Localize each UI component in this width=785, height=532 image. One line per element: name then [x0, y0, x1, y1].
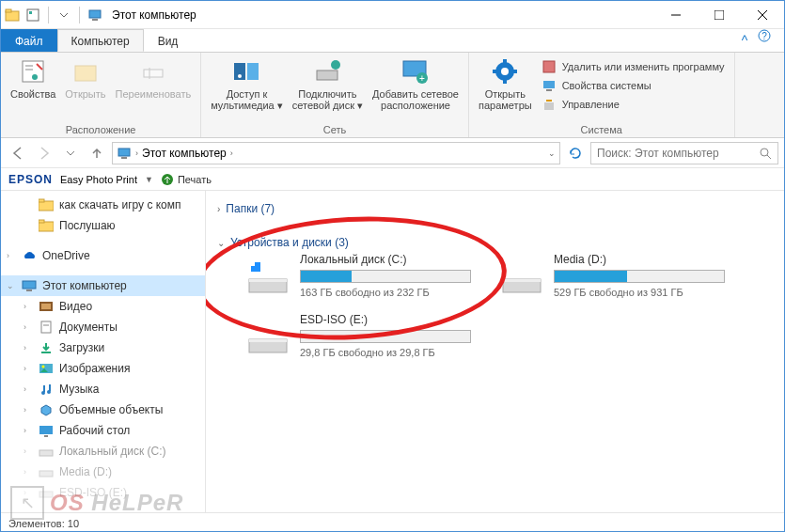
tree-item-documents[interactable]: › Документы — [1, 317, 205, 337]
maximize-button[interactable] — [698, 1, 741, 29]
chevron-right-icon[interactable]: › — [24, 405, 33, 415]
properties-icon[interactable] — [25, 8, 40, 23]
tree-item-folder[interactable]: Послушаю — [1, 215, 205, 236]
tree-item-video[interactable]: › Видео — [1, 296, 205, 317]
chevron-right-icon[interactable]: › — [24, 446, 33, 456]
media-access-button[interactable]: Доступ кмультимедиа ▾ — [207, 55, 287, 113]
tree-item-music[interactable]: › Музыка — [1, 379, 205, 399]
tree-item-media-d[interactable]: › Media (D:) — [1, 462, 205, 482]
svg-rect-20 — [317, 70, 338, 80]
svg-rect-45 — [26, 289, 32, 291]
add-network-location-button[interactable]: + Добавить сетевоерасположение — [369, 55, 463, 113]
open-settings-button[interactable]: Открытьпараметры — [475, 55, 536, 113]
tree-item-onedrive[interactable]: › OneDrive — [1, 245, 205, 266]
chevron-right-icon[interactable]: › — [24, 488, 33, 497]
cloud-icon — [22, 248, 37, 263]
settings-icon — [490, 56, 520, 86]
chevron-right-icon[interactable]: › — [24, 467, 33, 477]
manage-button[interactable]: Управление — [540, 96, 727, 113]
chevron-right-icon[interactable]: › — [7, 251, 16, 260]
svg-rect-43 — [39, 220, 44, 223]
tree-item-this-pc[interactable]: ⌄ Этот компьютер — [1, 275, 205, 296]
minimize-button[interactable] — [654, 1, 698, 29]
up-button[interactable] — [86, 142, 108, 164]
network-drive-icon — [312, 56, 342, 86]
tree-item-local-disk-c[interactable]: › Локальный диск (C:) — [1, 441, 205, 462]
ribbon: Свойства Открыть Переименовать Расположе… — [1, 52, 784, 138]
media-icon — [231, 56, 261, 86]
search-box[interactable] — [590, 142, 778, 164]
drive-icon — [39, 464, 54, 479]
downloads-icon — [39, 340, 54, 355]
chevron-down-icon[interactable]: ⌄ — [548, 149, 556, 158]
svg-rect-32 — [543, 81, 555, 88]
chevron-right-icon[interactable]: › — [135, 149, 138, 158]
window-controls — [654, 1, 784, 29]
drive-usage-bar — [300, 270, 471, 283]
svg-rect-1 — [6, 9, 11, 12]
tree-item-folder[interactable]: как скачать игру с комп — [1, 195, 205, 215]
breadcrumb-root[interactable]: Этот компьютер — [142, 147, 227, 160]
chevron-down-icon[interactable]: ⌄ — [7, 281, 16, 290]
content-pane[interactable]: › Папки (7) ⌄ Устройства и диски (3) Лок… — [206, 191, 784, 512]
computer-icon — [87, 8, 102, 23]
svg-rect-57 — [39, 450, 53, 456]
address-box[interactable]: › Этот компьютер › ⌄ — [112, 142, 560, 164]
svg-rect-31 — [543, 61, 555, 72]
svg-rect-3 — [29, 11, 32, 14]
dropdown-icon[interactable] — [56, 8, 71, 23]
chevron-right-icon[interactable]: › — [24, 364, 33, 373]
tree-item-esd-iso-e[interactable]: › ESD-ISO (E:) — [1, 482, 205, 503]
tab-computer[interactable]: Компьютер — [57, 29, 144, 52]
tree-item-pictures[interactable]: › Изображения — [1, 358, 205, 379]
back-button[interactable] — [7, 142, 29, 164]
chevron-right-icon[interactable]: › — [24, 384, 33, 394]
svg-point-26 — [501, 68, 509, 75]
ribbon-tabs: Файл Компьютер Вид ^ ? — [1, 29, 784, 52]
drive-icon — [245, 262, 290, 296]
uninstall-program-button[interactable]: Удалить или изменить программу — [540, 58, 727, 75]
forward-button[interactable] — [33, 142, 55, 164]
epson-print-button[interactable]: Печать — [161, 173, 212, 186]
chevron-down-icon: ⌄ — [217, 238, 225, 248]
tree-item-downloads[interactable]: › Загрузки — [1, 337, 205, 358]
tree-item-desktop[interactable]: › Рабочий стол — [1, 420, 205, 441]
refresh-button[interactable] — [564, 146, 587, 161]
section-header-devices[interactable]: ⌄ Устройства и диски (3) — [217, 232, 773, 253]
svg-rect-2 — [27, 9, 39, 21]
navigation-pane[interactable]: как скачать игру с комп Послушаю › OneDr… — [1, 191, 206, 512]
tab-file[interactable]: Файл — [1, 29, 57, 52]
drive-item-d[interactable]: Media (D:) 529 ГБ свободно из 931 ГБ — [499, 253, 725, 298]
chevron-right-icon[interactable]: › — [24, 302, 33, 311]
chevron-right-icon[interactable]: › — [24, 343, 33, 352]
title-bar: Этот компьютер — [1, 1, 784, 29]
ribbon-collapse-button[interactable]: ^ — [731, 29, 758, 52]
system-properties-button[interactable]: Свойства системы — [540, 77, 727, 94]
properties-button[interactable]: Свойства — [7, 55, 59, 102]
drive-name: Локальный диск (C:) — [300, 253, 471, 266]
svg-rect-59 — [39, 492, 53, 497]
close-button[interactable] — [741, 1, 784, 29]
svg-rect-47 — [41, 304, 51, 309]
chevron-right-icon[interactable]: › — [230, 149, 233, 158]
drive-usage-bar — [554, 270, 725, 283]
svg-rect-61 — [249, 279, 287, 282]
drive-item-c[interactable]: Локальный диск (C:) 163 ГБ свободно из 2… — [245, 253, 471, 298]
dropdown-icon[interactable]: ▼ — [145, 175, 153, 184]
recent-locations-button[interactable] — [59, 142, 82, 164]
svg-rect-4 — [89, 10, 101, 18]
drive-item-e[interactable]: ESD-ISO (E:) 29,8 ГБ свободно из 29,8 ГБ — [245, 313, 471, 358]
chevron-right-icon[interactable]: › — [24, 426, 33, 435]
status-items-count: 10 — [68, 518, 79, 529]
map-drive-button[interactable]: Подключитьсетевой диск ▾ — [289, 55, 367, 113]
tree-item-3d-objects[interactable]: › Объемные объекты — [1, 399, 205, 420]
svg-rect-56 — [44, 435, 48, 437]
help-button[interactable]: ? — [758, 29, 784, 52]
section-header-folders[interactable]: › Папки (7) — [217, 198, 773, 219]
quick-access-toolbar — [1, 7, 106, 23]
chevron-right-icon[interactable]: › — [24, 322, 33, 332]
drive-icon — [39, 485, 54, 500]
svg-rect-5 — [92, 19, 98, 21]
tab-view[interactable]: Вид — [144, 29, 193, 52]
search-input[interactable] — [597, 147, 753, 160]
